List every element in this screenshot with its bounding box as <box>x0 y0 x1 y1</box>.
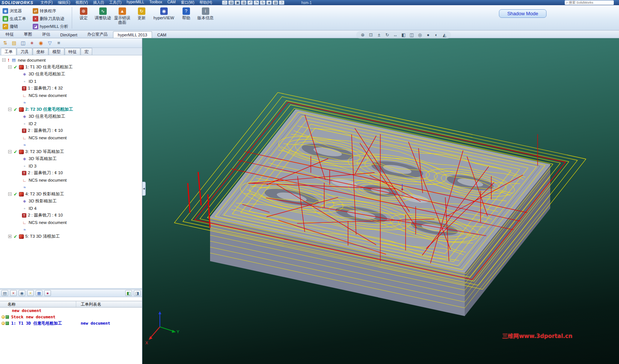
list-view-icon[interactable]: ▤ <box>1 290 8 296</box>
menu-item-6[interactable]: Toolbox <box>147 0 165 5</box>
apply-scene-icon[interactable]: ◐ <box>433 32 439 38</box>
collapse-toggle[interactable]: − <box>8 192 12 196</box>
convert-program-button[interactable]: ⇄转换程序 <box>32 7 70 14</box>
delete-toolpath-button[interactable]: ×删除刀具轨迹 <box>32 15 70 22</box>
zoom-to-area-icon[interactable]: ⊡ <box>368 32 374 38</box>
tree-item[interactable]: ∟NCS new document <box>1 176 142 183</box>
tree-job[interactable]: −✓2: T2 3D 任意毛坯粗加工 <box>1 106 142 113</box>
tab-hyperMILL 2013[interactable]: hyperMILL 2013 <box>113 31 152 38</box>
settings-button[interactable]: ⊛设定 <box>74 6 93 21</box>
undo-icon[interactable]: ↶ <box>247 0 253 5</box>
settings-icon[interactable]: ∗ <box>28 39 36 47</box>
table-row[interactable]: Stock new document <box>0 314 142 320</box>
tree-item[interactable]: ▫ID 1 <box>1 78 142 85</box>
menu-item-4[interactable]: 工具(T) <box>107 0 124 5</box>
menu-item-2[interactable]: 视图(V) <box>73 0 90 5</box>
panel-collapse-arrow[interactable]: ◀ <box>142 182 146 196</box>
hyperview-button[interactable]: ◉hyperVIEW <box>152 6 176 21</box>
tree-item[interactable]: T1 : 圆鼻铣刀 : ¢ 32 <box>1 85 142 92</box>
search-input[interactable] <box>569 1 613 4</box>
tree-item[interactable]: ≈ <box>1 226 142 233</box>
table-row[interactable]: 1: T1 3D 任意毛坯粗加工new document <box>0 320 142 326</box>
hide-show-items-icon[interactable]: ◎ <box>417 32 423 38</box>
menu-item-9[interactable]: 帮助(H) <box>197 0 215 5</box>
tree-item[interactable]: ▫ID 3 <box>1 162 142 169</box>
lp-tab-模型[interactable]: 模型 <box>49 48 64 55</box>
help-icon[interactable]: ? <box>279 0 284 5</box>
tree-item[interactable]: T2 : 圆鼻铣刀 : ¢ 10 <box>1 169 142 176</box>
tree-job[interactable]: −✓3: T2 3D 等高精加工 <box>1 148 142 155</box>
simulate-icon[interactable]: ● <box>44 290 51 296</box>
menu-item-8[interactable]: 窗口(W) <box>178 0 197 5</box>
split-view-icon[interactable]: ◫ <box>19 39 27 47</box>
table-row[interactable]: new document <box>0 308 142 314</box>
collapse-toggle[interactable]: − <box>8 150 12 153</box>
preview-icon[interactable]: ◉ <box>19 290 25 296</box>
web-icon[interactable]: ◉ <box>37 39 45 47</box>
generate-joblist-button[interactable]: ▦生成工单 <box>1 15 27 22</box>
lightbulb-icon[interactable] <box>1 322 5 325</box>
menu-item-7[interactable]: CAM <box>165 0 178 5</box>
expand-toggle[interactable]: + <box>8 235 12 238</box>
lp-tab-工单[interactable]: 工单 <box>1 48 16 55</box>
menu-item-0[interactable]: 文件(F) <box>38 0 55 5</box>
tree-item[interactable]: ≈ <box>1 183 142 191</box>
search-box[interactable]: ⌕ <box>565 0 614 5</box>
collapse-toggle[interactable]: − <box>8 65 12 69</box>
tree-item[interactable]: T2 : 圆鼻铣刀 : ¢ 10 <box>1 212 142 219</box>
menu-item-1[interactable]: 编辑(E) <box>55 0 73 5</box>
disable-icon[interactable]: × <box>27 290 34 296</box>
tree-item[interactable]: ◈3D 等高精加工 <box>1 155 142 162</box>
save-file-icon[interactable]: ▣ <box>235 0 240 5</box>
tree-job[interactable]: −✓4: T2 3D 投影精加工 <box>1 191 142 198</box>
tree-item[interactable]: ≈ <box>1 99 142 106</box>
tab-草图[interactable]: 草图 <box>19 30 37 38</box>
collapse-toggle[interactable]: − <box>2 58 6 62</box>
file-properties-icon[interactable]: ▧ <box>273 0 278 5</box>
tree-item[interactable]: ▫ID 2 <box>1 120 142 127</box>
rotate-view-icon[interactable]: ↻ <box>384 32 390 38</box>
tab-DimXpert[interactable]: DimXpert <box>55 31 82 38</box>
menu-item-3[interactable]: 插入(I) <box>90 0 106 5</box>
adjust-toolpath-button[interactable]: ∿调整轨迹 <box>94 6 112 21</box>
browser-button[interactable]: ◉浏览器 <box>1 7 27 14</box>
view-orientation-icon[interactable]: ◧ <box>401 32 406 38</box>
print-icon[interactable]: ▥ <box>241 0 246 5</box>
tree-item[interactable]: ≈ <box>1 141 142 148</box>
new-file-icon[interactable]: □ <box>222 0 228 5</box>
options-icon[interactable]: ◈ <box>266 0 272 5</box>
pan-icon[interactable]: ↔ <box>393 32 398 38</box>
tree-item[interactable]: ◈3D 任意毛坯粗加工 <box>1 71 142 78</box>
redo-icon[interactable]: ↷ <box>254 0 259 5</box>
lp-tab-宏[interactable]: 宏 <box>81 48 92 55</box>
sync-icon[interactable]: ⇅ <box>1 39 9 47</box>
open-file-icon[interactable]: ▤ <box>228 0 234 5</box>
tree-job[interactable]: −✓1: T1 3D 任意毛坯粗加工 <box>1 64 142 71</box>
shadow-mode-button[interactable]: Shadow Mode <box>499 9 547 18</box>
rebuild-icon[interactable]: ↻ <box>260 0 265 5</box>
machine-view-icon[interactable]: ▦ <box>36 290 42 296</box>
tree-job[interactable]: +✓5: T3 3D 清根加工 <box>1 233 142 240</box>
viewport[interactable]: YX ◀ 三维网www.3dportal.cn <box>142 38 619 364</box>
tree-root[interactable]: −!▤new document <box>1 56 142 64</box>
display-style-icon[interactable]: ◫ <box>409 32 415 38</box>
delete-job-icon[interactable]: × <box>10 290 17 296</box>
lightbulb-icon[interactable] <box>1 315 5 319</box>
column-header-name[interactable]: 名称 <box>0 301 76 307</box>
tab-办公室产品[interactable]: 办公室产品 <box>83 30 113 38</box>
filter-icon[interactable]: ▽ <box>46 39 54 47</box>
hypermill-analysis-button[interactable]: ◪hyperMILL 分析 <box>32 23 70 30</box>
tab-特征[interactable]: 特征 <box>1 30 19 38</box>
lp-tab-特征[interactable]: 特征 <box>65 48 80 55</box>
tree-item[interactable]: ∟NCS new document <box>1 92 142 99</box>
tab-评估[interactable]: 评估 <box>37 30 55 38</box>
menu-item-5[interactable]: hyperMILL <box>124 0 146 5</box>
tab-CAM[interactable]: CAM <box>152 31 171 38</box>
undo-button[interactable]: ↶撤销 <box>1 23 27 30</box>
tree-item[interactable]: ▫ID 4 <box>1 205 142 212</box>
collapse-toggle[interactable]: − <box>8 108 12 111</box>
show-error-faces-button[interactable]: ▲显示错误曲面 <box>113 6 132 26</box>
menu-icon[interactable]: ≡ <box>55 39 63 47</box>
tree-item[interactable]: T2 : 圆鼻铣刀 : ¢ 10 <box>1 127 142 134</box>
link-table-icon[interactable]: ◧ <box>125 290 132 296</box>
